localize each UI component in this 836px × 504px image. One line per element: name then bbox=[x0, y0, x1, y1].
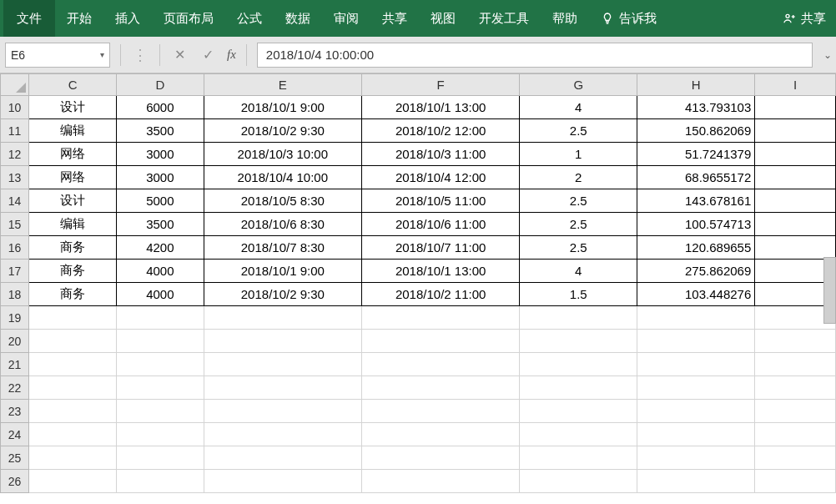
cell[interactable]: 2018/10/3 10:00 bbox=[204, 143, 361, 166]
row-header[interactable]: 21 bbox=[1, 353, 29, 376]
cell[interactable]: 2018/10/1 9:00 bbox=[204, 260, 361, 283]
cell[interactable] bbox=[520, 376, 637, 400]
cell[interactable]: 2018/10/6 11:00 bbox=[361, 213, 519, 236]
cell[interactable]: 2018/10/1 13:00 bbox=[361, 260, 519, 283]
cell[interactable] bbox=[755, 96, 836, 119]
cell[interactable] bbox=[204, 470, 361, 493]
row-header[interactable]: 16 bbox=[1, 236, 29, 260]
cell[interactable] bbox=[29, 353, 117, 376]
cell[interactable]: 4000 bbox=[116, 283, 204, 306]
expand-formula-icon[interactable]: ⌄ bbox=[819, 49, 836, 61]
cell[interactable] bbox=[637, 376, 755, 400]
formula-input[interactable]: 2018/10/4 10:00:00 bbox=[257, 43, 813, 68]
cell[interactable] bbox=[520, 330, 637, 353]
tab-view[interactable]: 视图 bbox=[419, 0, 467, 37]
cell[interactable] bbox=[755, 119, 836, 143]
cell[interactable] bbox=[520, 470, 637, 493]
share-button[interactable]: 共享 bbox=[776, 11, 833, 27]
cell[interactable]: 4 bbox=[520, 260, 637, 283]
cell[interactable] bbox=[755, 423, 836, 446]
cell[interactable]: 3000 bbox=[116, 143, 204, 166]
cell[interactable]: 4 bbox=[520, 96, 637, 119]
more-icon[interactable]: ⋮ bbox=[126, 46, 154, 64]
cell[interactable] bbox=[116, 306, 204, 330]
cell[interactable] bbox=[755, 376, 836, 400]
cell[interactable] bbox=[755, 330, 836, 353]
cell[interactable]: 2018/10/7 8:30 bbox=[204, 236, 361, 260]
tab-page-layout[interactable]: 页面布局 bbox=[152, 0, 225, 37]
cell[interactable]: 2.5 bbox=[520, 236, 637, 260]
cell[interactable] bbox=[204, 446, 361, 470]
cell[interactable] bbox=[361, 330, 519, 353]
row-header[interactable]: 22 bbox=[1, 376, 29, 400]
cell[interactable] bbox=[116, 423, 204, 446]
tab-developer[interactable]: 开发工具 bbox=[467, 0, 541, 37]
cell[interactable] bbox=[637, 400, 755, 423]
cell[interactable] bbox=[116, 470, 204, 493]
cell[interactable]: 商务 bbox=[29, 236, 117, 260]
cell[interactable] bbox=[361, 306, 519, 330]
tab-formulas[interactable]: 公式 bbox=[225, 0, 274, 37]
row-header[interactable]: 24 bbox=[1, 423, 29, 446]
cell[interactable] bbox=[116, 353, 204, 376]
cell[interactable]: 网络 bbox=[29, 143, 117, 166]
tell-me[interactable]: 告诉我 bbox=[589, 11, 668, 27]
cell[interactable]: 413.793103 bbox=[637, 96, 755, 119]
cell[interactable] bbox=[637, 330, 755, 353]
cell[interactable]: 设计 bbox=[29, 96, 117, 119]
confirm-icon[interactable]: ✓ bbox=[194, 47, 222, 63]
cell[interactable] bbox=[204, 330, 361, 353]
cell[interactable]: 商务 bbox=[29, 260, 117, 283]
cell[interactable] bbox=[755, 236, 836, 260]
cell[interactable]: 设计 bbox=[29, 189, 117, 213]
cell[interactable] bbox=[637, 353, 755, 376]
row-header[interactable]: 17 bbox=[1, 260, 29, 283]
cell[interactable]: 2018/10/2 9:30 bbox=[204, 119, 361, 143]
cell[interactable]: 2018/10/1 9:00 bbox=[204, 96, 361, 119]
row-header[interactable]: 25 bbox=[1, 446, 29, 470]
vertical-scrollbar[interactable] bbox=[823, 257, 836, 324]
chevron-down-icon[interactable]: ▾ bbox=[100, 50, 104, 59]
cell[interactable]: 2018/10/5 8:30 bbox=[204, 189, 361, 213]
cell[interactable]: 编辑 bbox=[29, 213, 117, 236]
col-header-I[interactable]: I bbox=[755, 74, 836, 96]
cell[interactable] bbox=[29, 330, 117, 353]
cell[interactable] bbox=[755, 353, 836, 376]
row-header[interactable]: 23 bbox=[1, 400, 29, 423]
cell[interactable]: 5000 bbox=[116, 189, 204, 213]
cell[interactable] bbox=[755, 143, 836, 166]
cell[interactable] bbox=[755, 470, 836, 493]
cell[interactable] bbox=[520, 423, 637, 446]
tab-insert[interactable]: 插入 bbox=[103, 0, 152, 37]
cell[interactable]: 网络 bbox=[29, 166, 117, 189]
cell[interactable]: 4000 bbox=[116, 260, 204, 283]
row-header[interactable]: 20 bbox=[1, 330, 29, 353]
row-header[interactable]: 14 bbox=[1, 189, 29, 213]
cell[interactable]: 2.5 bbox=[520, 213, 637, 236]
cell[interactable]: 68.9655172 bbox=[637, 166, 755, 189]
select-all-corner[interactable] bbox=[1, 74, 29, 96]
cell[interactable]: 51.7241379 bbox=[637, 143, 755, 166]
cell[interactable] bbox=[637, 470, 755, 493]
cell[interactable]: 3000 bbox=[116, 166, 204, 189]
cell[interactable] bbox=[520, 400, 637, 423]
tab-help[interactable]: 帮助 bbox=[541, 0, 589, 37]
cell[interactable] bbox=[29, 470, 117, 493]
fx-icon[interactable]: fx bbox=[222, 48, 241, 62]
cell[interactable] bbox=[361, 400, 519, 423]
row-header[interactable]: 19 bbox=[1, 306, 29, 330]
cell[interactable] bbox=[361, 470, 519, 493]
cell[interactable] bbox=[755, 446, 836, 470]
cell[interactable]: 150.862069 bbox=[637, 119, 755, 143]
cell[interactable]: 3500 bbox=[116, 119, 204, 143]
cell[interactable]: 2018/10/4 12:00 bbox=[361, 166, 519, 189]
cell[interactable]: 2018/10/2 12:00 bbox=[361, 119, 519, 143]
cell[interactable]: 2 bbox=[520, 166, 637, 189]
cell[interactable]: 2018/10/7 11:00 bbox=[361, 236, 519, 260]
cell[interactable] bbox=[520, 353, 637, 376]
cell[interactable]: 编辑 bbox=[29, 119, 117, 143]
name-box[interactable]: E6 ▾ bbox=[5, 43, 110, 68]
cell[interactable] bbox=[755, 189, 836, 213]
cell[interactable] bbox=[361, 353, 519, 376]
row-header[interactable]: 13 bbox=[1, 166, 29, 189]
